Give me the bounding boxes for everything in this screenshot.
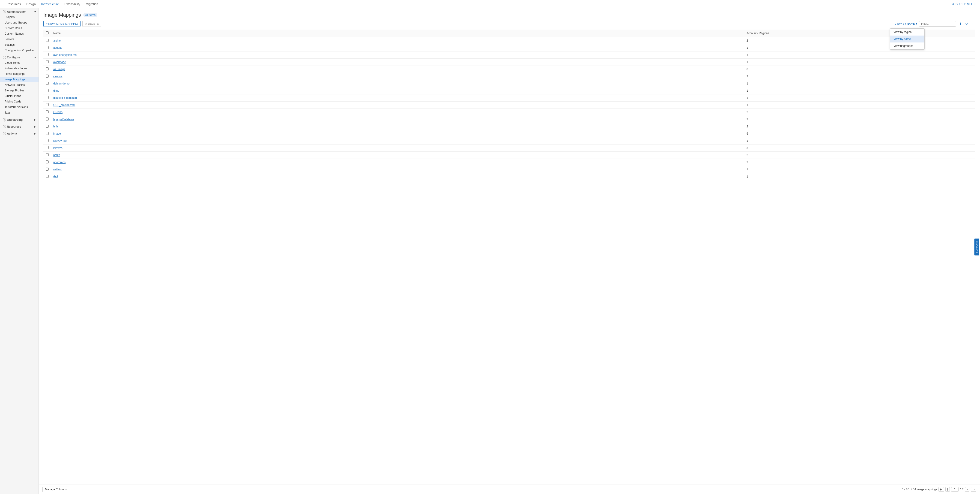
row-checkbox[interactable] xyxy=(46,139,49,142)
row-name-link[interactable]: photon-os xyxy=(53,161,65,164)
sidebar-section-header-activity[interactable]: ○ Activity ▸ xyxy=(0,130,38,136)
row-name-link[interactable]: GRlsho xyxy=(53,111,62,114)
top-nav-bar: ResourcesDesignInfrastructureExtensibili… xyxy=(4,0,101,8)
sidebar-item-cluster-plans[interactable]: Cluster Plans xyxy=(0,93,38,99)
row-checkbox[interactable] xyxy=(46,132,49,135)
row-checkbox[interactable] xyxy=(46,103,49,106)
row-regions: 5 xyxy=(744,130,975,137)
row-regions: 1 xyxy=(744,166,975,173)
sidebar-item-custom-names[interactable]: Custom Names xyxy=(0,31,38,37)
top-nav-item-infrastructure[interactable]: Infrastructure xyxy=(38,0,62,8)
row-name-link[interactable]: islavov2 xyxy=(53,147,63,150)
info-icon[interactable]: ℹ xyxy=(958,21,963,26)
sidebar-section-resources: ○ Resources ▸ xyxy=(0,123,38,129)
sidebar-item-storage-profiles[interactable]: Storage Profiles xyxy=(0,88,38,93)
dropdown-item-view-by-region[interactable]: View by region xyxy=(890,29,924,35)
toolbar-right: VIEW BY NAME View by regionView by nameV… xyxy=(895,21,975,27)
sort-asc-icon[interactable]: ↑ xyxy=(62,32,64,35)
row-checkbox[interactable] xyxy=(46,75,49,78)
sidebar-section-administration: ○ Administration ▾ProjectsUsers and Grou… xyxy=(0,8,38,53)
row-name-link[interactable]: petko xyxy=(53,153,60,157)
sidebar-item-secrets[interactable]: Secrets xyxy=(0,37,38,42)
dropdown-item-view-by-name[interactable]: View by name xyxy=(890,35,924,43)
sidebar-item-kubernetes-zones[interactable]: Kubernetes Zones xyxy=(0,65,38,71)
dropdown-item-view-ungrouped[interactable]: View ungrouped xyxy=(890,43,924,49)
row-name-link[interactable]: alpine xyxy=(53,39,60,42)
sidebar-item-projects[interactable]: Projects xyxy=(0,14,38,20)
row-name-link[interactable]: awsImage xyxy=(53,61,66,64)
sidebar-section-header-administration[interactable]: ○ Administration ▾ xyxy=(0,8,38,14)
guided-setup-btn[interactable]: GUIDED SETUP xyxy=(956,3,976,6)
sidebar-section-header-configure[interactable]: ○ Configure ▾ xyxy=(0,54,38,60)
row-name-link[interactable]: hguguyDeleteme xyxy=(53,118,74,121)
row-checkbox[interactable] xyxy=(46,96,49,99)
delete-button[interactable]: ✕ DELETE xyxy=(82,21,101,27)
grid-icon[interactable]: ⊞ xyxy=(971,21,975,26)
row-checkbox[interactable] xyxy=(46,175,49,178)
refresh-icon[interactable]: ↺ xyxy=(964,21,969,26)
next-page-button[interactable]: ⟩ xyxy=(965,487,969,492)
row-checkbox[interactable] xyxy=(46,153,49,156)
row-name-link[interactable]: az_image xyxy=(53,68,65,71)
sidebar-item-cloud-zones[interactable]: Cloud Zones xyxy=(0,60,38,65)
top-nav-item-migration[interactable]: Migration xyxy=(83,0,101,8)
row-name-link[interactable]: image xyxy=(53,132,61,135)
sidebar-item-flavor-mappings[interactable]: Flavor Mappings xyxy=(0,71,38,76)
row-checkbox[interactable] xyxy=(46,125,49,127)
row-checkbox[interactable] xyxy=(46,146,49,149)
sidebar-item-pricing-cards[interactable]: Pricing Cards xyxy=(0,99,38,104)
row-name-link[interactable]: cent-os xyxy=(53,75,62,78)
bottom-bar: Manage Columns 1 - 20 of 34 image mappin… xyxy=(39,484,980,494)
row-checkbox[interactable] xyxy=(46,46,49,49)
sidebar-item-custom-roles[interactable]: Custom Roles xyxy=(0,25,38,31)
row-checkbox[interactable] xyxy=(46,53,49,56)
row-name-link[interactable]: rhel xyxy=(53,175,58,178)
section-chevron-icon: ▸ xyxy=(34,125,36,128)
prev-page-button[interactable]: ⟨ xyxy=(945,487,950,492)
select-all-checkbox[interactable] xyxy=(46,31,49,34)
sidebar-item-settings[interactable]: Settings xyxy=(0,42,38,48)
top-nav-item-extensibility[interactable]: Extensibility xyxy=(62,0,83,8)
support-tab[interactable]: SUPPORT xyxy=(974,239,979,255)
row-checkbox[interactable] xyxy=(46,167,49,171)
row-name-link[interactable]: debian-demo xyxy=(53,82,70,85)
row-name-link[interactable]: GCP_shieldedVM xyxy=(53,104,75,107)
first-page-button[interactable]: ⟨⟨ xyxy=(939,487,944,492)
view-dropdown: View by regionView by nameView ungrouped xyxy=(890,29,924,49)
sidebar-section-header-onboarding[interactable]: ○ Onboarding ▸ xyxy=(0,116,38,122)
filter-input[interactable] xyxy=(919,21,956,27)
sidebar-item-tags[interactable]: Tags xyxy=(0,110,38,115)
sidebar-item-network-profiles[interactable]: Network Profiles xyxy=(0,82,38,88)
row-name-link[interactable]: ralitsad xyxy=(53,168,62,171)
sidebar-item-terraform-versions[interactable]: Terraform Versions xyxy=(0,104,38,110)
row-checkbox[interactable] xyxy=(46,82,49,85)
row-checkbox[interactable] xyxy=(46,161,49,163)
row-checkbox[interactable] xyxy=(46,39,49,42)
row-checkbox[interactable] xyxy=(46,110,49,113)
row-checkbox[interactable] xyxy=(46,118,49,121)
row-name-link[interactable]: asddas xyxy=(53,46,62,49)
top-nav-item-resources[interactable]: Resources xyxy=(4,0,24,8)
view-by-label: VIEW BY NAME xyxy=(895,22,915,25)
page-header: Image Mappings 34 items xyxy=(43,12,975,18)
manage-columns-button[interactable]: Manage Columns xyxy=(43,487,69,492)
toolbar: + NEW IMAGE MAPPING ✕ DELETE VIEW BY NAM… xyxy=(43,21,975,27)
row-checkbox[interactable] xyxy=(46,60,49,63)
sidebar-item-users-and-groups[interactable]: Users and Groups xyxy=(0,20,38,25)
row-name-link[interactable]: aws-encryption-test xyxy=(53,53,77,57)
sidebar-item-configuration-properties[interactable]: Configuration Properties xyxy=(0,48,38,53)
row-checkbox[interactable] xyxy=(46,89,49,92)
new-image-mapping-button[interactable]: + NEW IMAGE MAPPING xyxy=(43,21,81,27)
row-name-link[interactable]: islavov-test xyxy=(53,139,67,142)
view-by-button[interactable]: VIEW BY NAME xyxy=(895,22,917,25)
pagination: 1 - 20 of 34 image mappings ⟨⟨ ⟨ / 2 ⟩ ⟩… xyxy=(902,487,976,492)
sidebar-section-header-resources[interactable]: ○ Resources ▸ xyxy=(0,123,38,129)
sidebar-item-image-mappings[interactable]: Image Mappings xyxy=(0,76,38,82)
top-nav-item-design[interactable]: Design xyxy=(24,0,38,8)
row-checkbox[interactable] xyxy=(46,67,49,70)
row-name-link[interactable]: dimo xyxy=(53,89,59,92)
row-name-link[interactable]: dsafasd + dqdasqd xyxy=(53,96,77,99)
row-name-link[interactable]: hhh xyxy=(53,125,58,128)
page-number-input[interactable] xyxy=(951,487,959,492)
last-page-button[interactable]: ⟩⟩ xyxy=(971,487,976,492)
